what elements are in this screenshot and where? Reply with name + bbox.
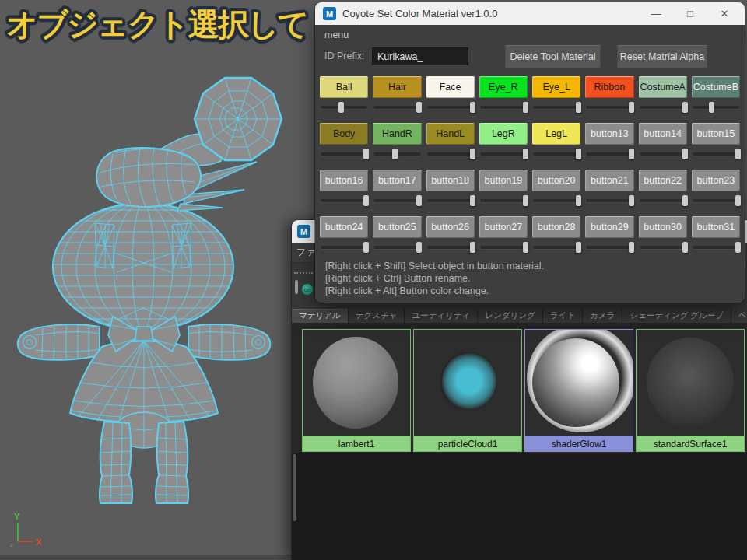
slider-track[interactable] (693, 199, 739, 202)
material-button-LegL[interactable]: LegL (532, 123, 580, 145)
tab-ユーティリティ[interactable]: ユーティリティ (405, 309, 478, 323)
slider-track[interactable] (374, 106, 420, 109)
alpha-slider-LegL[interactable] (532, 149, 580, 159)
material-button-button25[interactable]: button25 (373, 216, 421, 238)
slider-handle[interactable] (392, 149, 398, 159)
slider-track[interactable] (586, 246, 633, 249)
material-button-Hair[interactable]: Hair (373, 76, 421, 98)
alpha-slider-button13[interactable] (585, 149, 633, 159)
material-button-button16[interactable]: button16 (320, 170, 368, 191)
slider-track[interactable] (693, 106, 739, 109)
alpha-slider-button15[interactable] (692, 149, 740, 159)
tab-シェーディング グループ[interactable]: シェーディング グループ (622, 309, 731, 323)
slider-handle[interactable] (363, 242, 369, 253)
alpha-slider-button27[interactable] (479, 242, 528, 253)
alpha-slider-button14[interactable] (639, 149, 687, 159)
slider-handle[interactable] (709, 102, 714, 113)
slider-handle[interactable] (629, 242, 634, 253)
slider-handle[interactable] (363, 149, 369, 159)
tab-マテリアル[interactable]: マテリアル (292, 309, 349, 323)
slider-handle[interactable] (523, 242, 528, 253)
slider-handle[interactable] (523, 102, 528, 113)
hypershade-work-area[interactable] (292, 453, 747, 560)
slider-handle[interactable] (576, 195, 581, 206)
alpha-slider-Eye_L[interactable] (532, 102, 580, 113)
slider-track[interactable] (321, 246, 367, 249)
material-thumbnail[interactable] (303, 330, 410, 436)
material-swatch-shaderGlow1[interactable]: shaderGlow1 (524, 329, 633, 452)
material-button-Face[interactable]: Face (426, 76, 475, 98)
slider-handle[interactable] (735, 242, 741, 253)
id-prefix-input[interactable] (372, 47, 468, 65)
tool-titlebar[interactable]: M Coyote Set Color Material ver1.0.0 — □… (315, 2, 745, 25)
slider-track[interactable] (533, 152, 580, 156)
menu-item[interactable]: menu (324, 30, 349, 40)
alpha-slider-button17[interactable] (373, 195, 421, 206)
alpha-slider-button31[interactable] (692, 242, 740, 253)
panel-grip-icon[interactable] (295, 280, 298, 294)
material-button-button15[interactable]: button15 (692, 123, 740, 145)
slider-handle[interactable] (523, 195, 528, 206)
slider-track[interactable] (480, 152, 527, 156)
slider-handle[interactable] (338, 102, 344, 113)
tab-レンダリング[interactable]: レンダリング (478, 309, 542, 323)
slider-handle[interactable] (735, 195, 741, 206)
slider-track[interactable] (693, 152, 739, 156)
material-button-button27[interactable]: button27 (479, 216, 528, 238)
slider-handle[interactable] (682, 102, 688, 113)
slider-track[interactable] (480, 199, 527, 202)
tab-ベイク セ[interactable]: ベイク セ (731, 309, 747, 323)
slider-track[interactable] (586, 106, 633, 109)
material-button-button20[interactable]: button20 (532, 170, 580, 191)
delete-tool-material-button[interactable]: Delete Tool Material (505, 45, 601, 68)
material-button-button29[interactable]: button29 (585, 216, 633, 238)
material-button-HandR[interactable]: HandR (373, 123, 421, 145)
material-button-button13[interactable]: button13 (585, 123, 633, 145)
alpha-slider-button29[interactable] (585, 242, 633, 253)
slider-handle[interactable] (470, 242, 475, 253)
slider-track[interactable] (321, 106, 367, 109)
material-thumbnail[interactable] (525, 330, 633, 436)
alpha-slider-button20[interactable] (532, 195, 580, 206)
slider-track[interactable] (427, 152, 474, 156)
alpha-slider-CostumeA[interactable] (639, 102, 687, 113)
alpha-slider-Body[interactable] (320, 149, 368, 159)
slider-track[interactable] (427, 106, 474, 109)
slider-handle[interactable] (682, 242, 688, 253)
material-button-Eye_L[interactable]: Eye_L (532, 76, 580, 98)
slider-track[interactable] (427, 199, 474, 202)
tab-ライト[interactable]: ライト (543, 309, 583, 323)
slider-track[interactable] (374, 246, 420, 249)
alpha-slider-Eye_R[interactable] (479, 102, 528, 113)
slider-track[interactable] (586, 152, 633, 156)
material-thumbnail[interactable] (414, 330, 521, 436)
alpha-slider-button18[interactable] (426, 195, 475, 206)
slider-handle[interactable] (416, 102, 422, 113)
alpha-slider-LegR[interactable] (479, 149, 528, 159)
alpha-slider-HandR[interactable] (373, 149, 421, 159)
alpha-slider-Hair[interactable] (373, 102, 421, 113)
material-button-CostumeB[interactable]: CostumeB (692, 76, 740, 98)
material-button-Eye_R[interactable]: Eye_R (479, 76, 528, 98)
material-button-button21[interactable]: button21 (585, 170, 633, 191)
slider-track[interactable] (640, 199, 686, 202)
tab-カメラ[interactable]: カメラ (583, 309, 622, 323)
alpha-slider-HandL[interactable] (426, 149, 475, 159)
material-button-button17[interactable]: button17 (373, 170, 421, 191)
close-button[interactable]: ✕ (712, 5, 737, 23)
slider-track[interactable] (374, 199, 420, 202)
tab-テクスチャ[interactable]: テクスチャ (349, 309, 405, 323)
slider-handle[interactable] (629, 195, 634, 206)
slider-track[interactable] (533, 199, 580, 202)
material-thumbnail[interactable] (637, 330, 744, 436)
alpha-slider-Ball[interactable] (320, 102, 368, 113)
material-swatch-particleCloud1[interactable]: particleCloud1 (413, 329, 522, 452)
alpha-slider-button16[interactable] (320, 195, 368, 206)
reset-material-alpha-button[interactable]: Reset Matrial Alpha (617, 45, 707, 68)
slider-handle[interactable] (470, 195, 475, 206)
slider-track[interactable] (480, 106, 527, 109)
slider-handle[interactable] (629, 149, 634, 159)
slider-handle[interactable] (416, 242, 422, 253)
slider-handle[interactable] (682, 195, 688, 206)
slider-track[interactable] (693, 246, 739, 249)
